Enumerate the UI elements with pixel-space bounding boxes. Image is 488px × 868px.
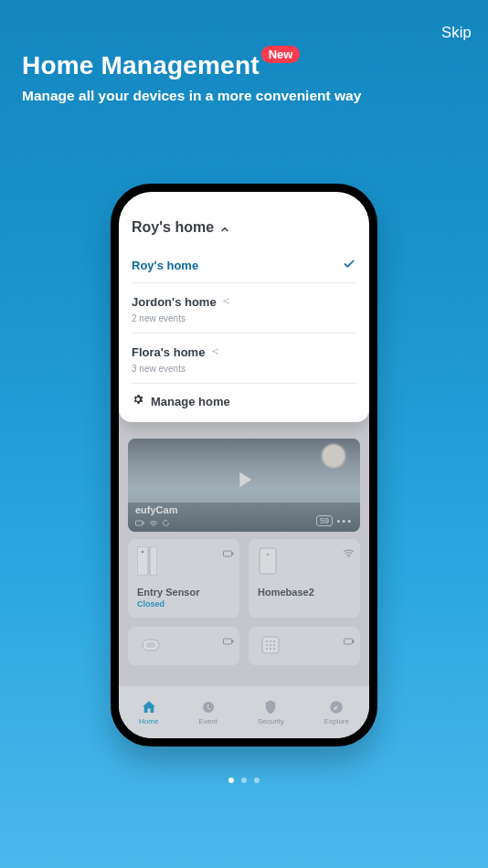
svg-point-29 <box>228 298 229 300</box>
home-row-sub: 3 new events <box>132 364 356 374</box>
svg-point-31 <box>212 351 214 353</box>
home-row-jordon[interactable]: Jordon's home 2 new events <box>132 283 356 333</box>
home-name-text: Flora's home <box>132 345 205 359</box>
check-icon <box>342 258 356 274</box>
home-selector-popup: Roy's home Roy's home Jordon's ho <box>119 192 369 422</box>
svg-point-28 <box>224 301 226 302</box>
home-row-roy[interactable]: Roy's home <box>132 247 356 283</box>
home-list: Roy's home Jordon's home 2 new events <box>132 247 356 384</box>
home-row-flora[interactable]: Flora's home 3 new events <box>132 333 356 384</box>
home-row-name: Jordon's home <box>132 295 230 309</box>
header: Home Management New Manage all your devi… <box>22 49 470 104</box>
svg-point-30 <box>228 302 229 304</box>
home-name-text: Jordon's home <box>132 295 217 309</box>
page-title: Home Management <box>22 49 260 82</box>
manage-home-button[interactable]: Manage home <box>132 384 356 415</box>
title-row: Home Management New <box>22 49 470 82</box>
phone-mock: eufyCam 59 ••• <box>111 184 377 746</box>
pager-dot-1[interactable] <box>228 778 234 783</box>
pager-dots <box>228 778 260 783</box>
svg-point-32 <box>217 348 218 350</box>
svg-point-33 <box>217 353 218 355</box>
manage-home-label: Manage home <box>151 395 230 408</box>
home-row-name: Roy's home <box>132 259 198 272</box>
home-row-sub: 2 new events <box>132 313 356 323</box>
current-home-name: Roy's home <box>132 219 214 236</box>
share-icon <box>211 349 219 358</box>
skip-button[interactable]: Skip <box>441 24 472 41</box>
new-badge: New <box>261 46 301 63</box>
phone-screen: eufyCam 59 ••• <box>119 192 369 738</box>
home-selector-header[interactable]: Roy's home <box>132 219 356 245</box>
chevron-up-icon <box>219 222 230 233</box>
home-row-name: Flora's home <box>132 345 219 359</box>
pager-dot-3[interactable] <box>254 778 260 783</box>
gear-icon <box>132 393 144 409</box>
share-icon <box>222 299 230 308</box>
page-subtitle: Manage all your devices in a more conven… <box>22 88 470 104</box>
pager-dot-2[interactable] <box>241 778 247 783</box>
